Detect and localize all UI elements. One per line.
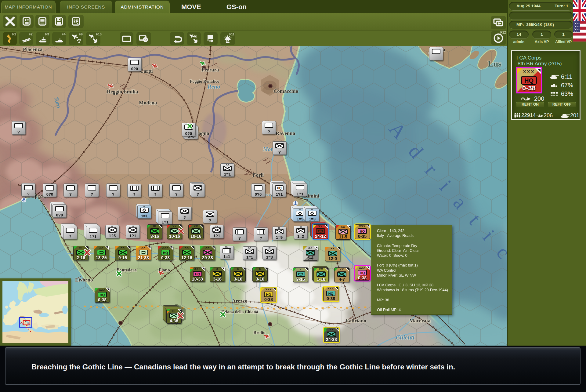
svg-text:Poggio Renatico: Poggio Renatico [190, 79, 219, 84]
svg-text:Modena: Modena [139, 100, 157, 106]
svg-text:AI: AI [194, 34, 197, 39]
svg-text:Ravenna: Ravenna [276, 130, 295, 136]
svg-text:Lus: Lus [488, 59, 501, 68]
svg-text:Chienti: Chienti [396, 334, 415, 341]
svg-text:Livorno: Livorno [75, 277, 93, 283]
svg-text:Forli: Forli [253, 172, 264, 178]
svg-text:Fabriano: Fabriano [346, 318, 366, 324]
svg-text:Macerata: Macerata [409, 318, 431, 324]
svg-text:Comacchio: Comacchio [273, 88, 298, 94]
svg-text:Piacenza: Piacenza [23, 46, 43, 52]
svg-text:Arezzo: Arezzo [232, 298, 248, 304]
svg-text:Reno: Reno [207, 83, 220, 90]
